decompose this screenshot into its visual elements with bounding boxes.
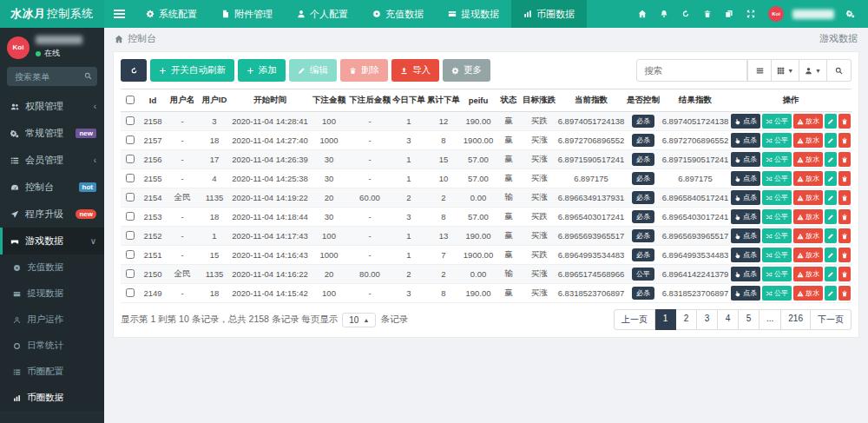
column-header-start-time[interactable]: 开始时间 bbox=[230, 89, 310, 112]
top-menu-recharge-data[interactable]: 充值数据 bbox=[360, 0, 436, 28]
top-menu-system-config[interactable]: 系统配置 bbox=[134, 0, 209, 28]
column-header-status[interactable]: 状态 bbox=[496, 89, 522, 112]
kill-button[interactable]: 点杀 bbox=[731, 228, 760, 243]
release-button[interactable]: 放水 bbox=[793, 267, 823, 281]
delete-row-button[interactable] bbox=[838, 267, 851, 281]
release-button[interactable]: 放水 bbox=[793, 209, 823, 224]
sidebar-subitem-daily-stats[interactable]: 日常统计 bbox=[0, 333, 104, 359]
release-button[interactable]: 放水 bbox=[793, 152, 823, 167]
top-menu-withdraw-data[interactable]: 提现数据 bbox=[436, 0, 511, 28]
pagination-page[interactable]: 3 bbox=[697, 309, 718, 330]
edit-row-button[interactable] bbox=[825, 114, 837, 129]
sidebar-subitem-coin-config[interactable]: 币圈配置 bbox=[0, 359, 104, 385]
row-checkbox[interactable] bbox=[126, 193, 135, 202]
fair-button[interactable]: 公平 bbox=[762, 267, 792, 281]
delete-row-button[interactable] bbox=[838, 209, 851, 224]
breadcrumb-current[interactable]: 控制台 bbox=[128, 32, 156, 45]
delete-row-button[interactable] bbox=[838, 248, 851, 262]
sidebar-toggle-button[interactable] bbox=[104, 0, 134, 28]
export-button[interactable]: ▼ bbox=[799, 59, 827, 82]
row-checkbox[interactable] bbox=[126, 155, 135, 163]
edit-row-button[interactable] bbox=[825, 209, 837, 224]
pagination-page[interactable]: 4 bbox=[718, 309, 739, 330]
refresh-button[interactable] bbox=[674, 0, 696, 28]
kill-button[interactable]: 点杀 bbox=[731, 152, 760, 167]
column-header-current-index[interactable]: 当前指数 bbox=[556, 89, 626, 112]
settings-button[interactable] bbox=[839, 0, 861, 28]
column-header-result-index[interactable]: 结果指数 bbox=[661, 89, 730, 112]
edit-row-button[interactable] bbox=[825, 190, 837, 205]
kill-button[interactable]: 点杀 bbox=[731, 248, 760, 262]
import-button[interactable]: 导入 bbox=[391, 59, 439, 82]
top-menu-coin-data[interactable]: 币圈数据 bbox=[511, 0, 587, 28]
column-header-username[interactable]: 用户名 bbox=[166, 89, 199, 112]
delete-row-button[interactable] bbox=[838, 133, 851, 148]
kill-button[interactable]: 点杀 bbox=[731, 209, 760, 224]
notifications-button[interactable] bbox=[653, 0, 674, 28]
delete-row-button[interactable] bbox=[838, 114, 851, 129]
more-button[interactable]: 更多 bbox=[443, 59, 490, 82]
column-header-total-orders[interactable]: 累计下单 bbox=[426, 89, 461, 112]
fair-button[interactable]: 公平 bbox=[762, 133, 792, 148]
sidebar-item-permissions[interactable]: 权限管理 ‹ bbox=[0, 93, 104, 120]
select-all-checkbox[interactable] bbox=[126, 96, 135, 104]
edit-row-button[interactable] bbox=[825, 133, 837, 148]
fair-button[interactable]: 公平 bbox=[762, 209, 792, 224]
pagination-ellipsis[interactable]: ... bbox=[760, 309, 781, 330]
sidebar-subitem-withdraw-data[interactable]: 提现数据 bbox=[0, 281, 104, 307]
clear-button[interactable] bbox=[696, 0, 718, 28]
column-header-bet[interactable]: 下注金额 bbox=[310, 89, 348, 112]
table-search-input[interactable] bbox=[636, 59, 747, 82]
kill-button[interactable]: 点杀 bbox=[731, 171, 760, 186]
sidebar-item-upgrade[interactable]: 程序升级 new bbox=[0, 201, 104, 228]
home-button[interactable] bbox=[631, 0, 653, 28]
sidebar-item-general[interactable]: 常规管理 new bbox=[0, 120, 104, 147]
page-size-select[interactable]: 10▲ bbox=[342, 313, 376, 327]
avatar[interactable]: Koi bbox=[768, 6, 784, 22]
row-checkbox[interactable] bbox=[126, 212, 135, 221]
refresh-button[interactable] bbox=[121, 59, 147, 82]
avatar[interactable]: Koi bbox=[7, 36, 30, 59]
kill-button[interactable]: 点杀 bbox=[731, 133, 760, 148]
column-header-after-bet[interactable]: 下注后金额 bbox=[348, 89, 391, 112]
auto-refresh-toggle-button[interactable]: 开关自动刷新 bbox=[150, 59, 234, 82]
row-checkbox[interactable] bbox=[126, 288, 135, 297]
pagination-page[interactable]: 1 bbox=[655, 309, 676, 330]
delete-row-button[interactable] bbox=[838, 190, 851, 205]
release-button[interactable]: 放水 bbox=[793, 171, 823, 186]
delete-row-button[interactable] bbox=[838, 152, 851, 167]
row-checkbox[interactable] bbox=[126, 250, 135, 259]
fair-button[interactable]: 公平 bbox=[762, 228, 792, 243]
column-header-today-orders[interactable]: 今日下单 bbox=[391, 89, 426, 112]
column-header-target[interactable]: 目标涨跌 bbox=[522, 89, 556, 112]
sidebar-subitem-user-operation[interactable]: 用户运作 bbox=[0, 307, 104, 333]
pagination-page[interactable]: 216 bbox=[781, 309, 811, 330]
add-button[interactable]: 添加 bbox=[238, 59, 286, 82]
release-button[interactable]: 放水 bbox=[793, 114, 823, 129]
pagination-next[interactable]: 下一页 bbox=[811, 309, 852, 330]
fair-button[interactable]: 公平 bbox=[762, 171, 792, 186]
edit-row-button[interactable] bbox=[825, 152, 837, 167]
fair-button[interactable]: 公平 bbox=[762, 190, 792, 205]
release-button[interactable]: 放水 bbox=[793, 190, 823, 205]
top-menu-profile[interactable]: 个人配置 bbox=[285, 0, 360, 28]
row-checkbox[interactable] bbox=[126, 174, 135, 182]
delete-row-button[interactable] bbox=[838, 228, 851, 243]
column-header-userid[interactable]: 用户ID bbox=[199, 89, 230, 112]
release-button[interactable]: 放水 bbox=[793, 286, 823, 301]
columns-button[interactable]: ▼ bbox=[772, 59, 799, 82]
pagination-page[interactable]: 5 bbox=[739, 309, 760, 330]
pagination-page[interactable]: 2 bbox=[676, 309, 697, 330]
delete-button[interactable]: 删除 bbox=[340, 59, 388, 82]
toggle-view-button[interactable] bbox=[747, 59, 772, 82]
edit-row-button[interactable] bbox=[825, 267, 837, 281]
sidebar-subitem-coin-data[interactable]: 币圈数据 bbox=[0, 385, 104, 411]
sidebar-item-members[interactable]: 会员管理 ‹ bbox=[0, 147, 104, 174]
edit-row-button[interactable] bbox=[825, 228, 837, 243]
pagination-prev[interactable]: 上一页 bbox=[614, 309, 655, 330]
fair-button[interactable]: 公平 bbox=[762, 248, 792, 262]
column-header-peifu[interactable]: peifu bbox=[461, 89, 496, 112]
top-menu-attachments[interactable]: 附件管理 bbox=[209, 0, 285, 28]
delete-row-button[interactable] bbox=[838, 171, 851, 186]
edit-button[interactable]: 编辑 bbox=[289, 59, 337, 82]
